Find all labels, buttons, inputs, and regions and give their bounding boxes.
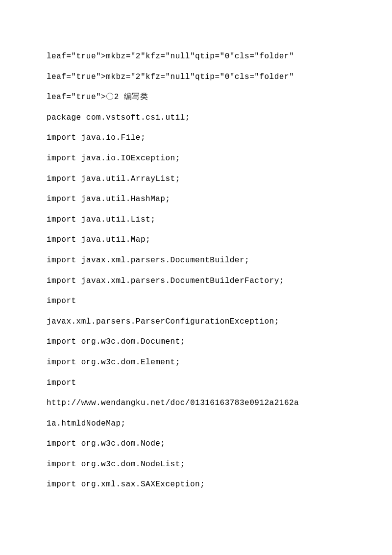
code-line: import java.util.HashMap;	[47, 189, 345, 210]
code-line: leaf="true">〇2 编写类	[47, 87, 345, 108]
code-line: import org.xml.sax.SAXException;	[47, 475, 345, 495]
code-line: import java.util.Map;	[47, 230, 345, 251]
code-line: package com.vstsoft.csi.util;	[47, 108, 345, 128]
code-line: import	[47, 373, 345, 394]
code-line: import org.w3c.dom.NodeList;	[47, 454, 345, 475]
document-page: leaf="true">mkbz="2"kfz="null"qtip="0"cl…	[0, 0, 392, 542]
code-line: leaf="true">mkbz="2"kfz="null"qtip="0"cl…	[47, 47, 345, 67]
code-line: import javax.xml.parsers.DocumentBuilder…	[47, 271, 345, 292]
code-line: leaf="true">mkbz="2"kfz="null"qtip="0"cl…	[47, 67, 345, 88]
code-line: http://www.wendangku.net/doc/01316163783…	[47, 393, 345, 414]
code-line: import java.util.List;	[47, 210, 345, 230]
code-line: import org.w3c.dom.Element;	[47, 353, 345, 373]
code-line: javax.xml.parsers.ParserConfigurationExc…	[47, 312, 345, 332]
code-line: import javax.xml.parsers.DocumentBuilder…	[47, 251, 345, 271]
code-line: import java.io.File;	[47, 128, 345, 149]
code-line: import	[47, 291, 345, 312]
code-line: import java.io.IOException;	[47, 149, 345, 169]
code-line: 1a.htmldNodeMap;	[47, 414, 345, 434]
code-line: import java.util.ArrayList;	[47, 169, 345, 190]
code-line: import org.w3c.dom.Document;	[47, 332, 345, 353]
code-line: import org.w3c.dom.Node;	[47, 434, 345, 454]
